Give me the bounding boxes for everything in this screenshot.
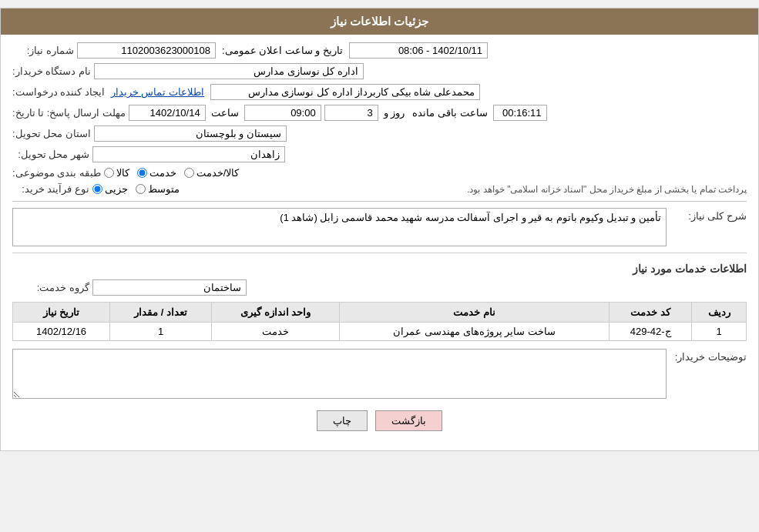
description-label: شرح کلی نیاز:: [670, 210, 747, 222]
table-cell-qty: 1: [110, 323, 212, 341]
back-button[interactable]: بازگشت: [375, 410, 442, 431]
category-label: طبقه بندی موضوعی:: [12, 167, 101, 179]
services-table: ردیف کد خدمت نام خدمت واحد اندازه گیری ت…: [12, 302, 747, 341]
divider-1: [12, 201, 747, 202]
deadline-date-value: 1402/10/14: [129, 105, 206, 121]
table-cell-unit: خدمت: [212, 323, 340, 341]
deadline-days-label: روز و: [384, 107, 405, 119]
table-cell-name: ساخت سایر پروژه‌های مهندسی عمران: [340, 323, 610, 341]
table-row: 1 ج-42-429 ساخت سایر پروژه‌های مهندسی عم…: [13, 323, 747, 341]
buyer-notes-label: توضیحات خریدار:: [670, 351, 747, 363]
table-header-code: کد خدمت: [609, 303, 691, 323]
announce-date-label: تاریخ و ساعت اعلان عمومی:: [222, 45, 343, 56]
table-cell-date: 1402/12/16: [13, 323, 110, 341]
deadline-time-label: ساعت: [211, 107, 239, 119]
deadline-remaining-value: 00:16:11: [493, 105, 547, 121]
purchase-type-medium-label: متوسط: [148, 183, 180, 195]
table-cell-code: ج-42-429: [609, 323, 691, 341]
table-header-name: نام خدمت: [340, 303, 610, 323]
table-header-date: تاریخ نیاز: [13, 303, 110, 323]
creator-value: محمدعلی شاه بیکی کاربرداز اداره کل نوساز…: [210, 84, 480, 100]
org-name-label: نام دستگاه خریدار:: [12, 65, 91, 77]
services-section-title: اطلاعات خدمات مورد نیاز: [12, 263, 747, 275]
announce-date-value: 1402/10/11 - 08:06: [349, 42, 488, 59]
need-number-label: شماره نیاز:: [12, 45, 74, 56]
service-group-label: گروه خدمت:: [12, 282, 89, 293]
page-title: جزئیات اطلاعات نیاز: [1, 8, 758, 35]
org-name-value: اداره کل نوسازی مدارس: [94, 63, 364, 79]
category-option-service-goods[interactable]: کالا/خدمت: [184, 167, 240, 179]
purchase-type-note: پرداخت تمام یا بخشی از مبلغ خریداز محل "…: [190, 184, 747, 195]
category-radio-group: کالا/خدمت خدمت کالا: [104, 167, 240, 179]
category-option-service-goods-label: کالا/خدمت: [196, 167, 240, 179]
deadline-label: مهلت ارسال پاسخ: تا تاریخ:: [12, 107, 126, 119]
purchase-type-medium[interactable]: متوسط: [136, 183, 180, 195]
purchase-type-radio-medium[interactable]: [136, 184, 146, 194]
need-number-value: 1102003623000108: [77, 42, 216, 59]
description-value: تأمین و تبدیل وکیوم باتوم به قیر و اجرای…: [12, 208, 667, 246]
category-radio-goods[interactable]: [104, 168, 114, 178]
table-header-qty: تعداد / مقدار: [110, 303, 212, 323]
province-label: استان محل تحویل:: [12, 128, 91, 139]
city-value: زاهدان: [92, 146, 285, 162]
service-group-value: ساختمان: [92, 279, 247, 296]
creator-label: ایجاد کننده درخواست:: [12, 86, 105, 98]
deadline-remaining-label: ساعت باقی مانده: [412, 107, 487, 119]
table-cell-row: 1: [692, 323, 747, 341]
purchase-type-label: نوع فرآیند خرید:: [12, 183, 89, 195]
deadline-time-value: 09:00: [244, 105, 321, 121]
category-radio-service-goods[interactable]: [184, 168, 194, 178]
purchase-type-partial[interactable]: جزیی: [92, 183, 128, 195]
category-option-service[interactable]: خدمت: [137, 167, 176, 179]
deadline-days-value: 3: [324, 105, 378, 121]
category-option-goods[interactable]: کالا: [104, 167, 129, 179]
table-header-row: ردیف: [692, 303, 747, 323]
contact-link[interactable]: اطلاعات تماس خریدار: [111, 86, 204, 98]
buyer-notes-textarea[interactable]: [12, 349, 667, 399]
province-value: سیستان و بلوچستان: [94, 125, 287, 142]
table-header-unit: واحد اندازه گیری: [212, 303, 340, 323]
button-group: بازگشت چاپ: [12, 410, 747, 431]
divider-2: [12, 253, 747, 253]
category-radio-service[interactable]: [137, 168, 147, 178]
purchase-type-radio-partial[interactable]: [92, 184, 102, 194]
category-option-service-label: خدمت: [149, 167, 176, 179]
purchase-type-partial-label: جزیی: [105, 183, 128, 195]
category-option-goods-label: کالا: [116, 167, 129, 179]
print-button[interactable]: چاپ: [317, 410, 368, 431]
purchase-type-radio-group: متوسط جزیی: [92, 183, 180, 195]
city-label: شهر محل تحویل:: [12, 149, 89, 160]
